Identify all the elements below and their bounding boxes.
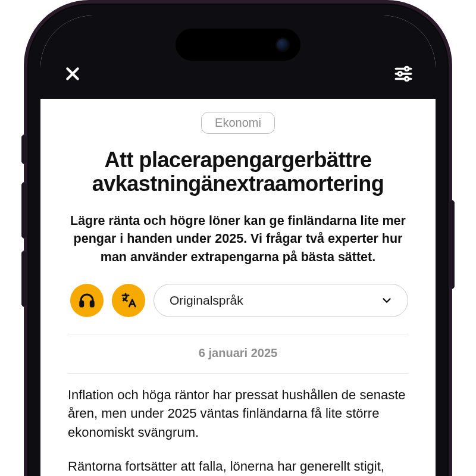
article-lead: Lägre ränta och högre löner kan ge finlä…	[69, 212, 407, 267]
phone-volume-up	[21, 182, 27, 239]
front-camera	[275, 37, 290, 52]
sliders-icon	[393, 64, 414, 84]
settings-button[interactable]	[392, 62, 415, 86]
dynamic-island	[176, 29, 300, 61]
translate-icon	[120, 292, 137, 309]
chevron-down-icon	[380, 294, 393, 307]
close-icon	[64, 65, 82, 83]
article-content: Ekonomi Att placerapengargerbättre avkas…	[40, 99, 436, 476]
phone-screen: Ekonomi Att placerapengargerbättre avkas…	[40, 15, 436, 476]
separator-bottom	[68, 373, 408, 374]
top-bar	[40, 15, 436, 99]
close-button[interactable]	[61, 62, 84, 86]
phone-volume-down	[21, 250, 27, 307]
svg-rect-9	[90, 301, 93, 306]
svg-rect-8	[80, 301, 83, 306]
svg-point-7	[405, 77, 409, 80]
article-title: Att placerapengargerbättre avkastningäne…	[68, 148, 408, 196]
article-paragraph-2: Räntorna fortsätter att falla, lönerna h…	[68, 457, 408, 476]
separator-top	[68, 334, 408, 334]
translate-button[interactable]	[112, 284, 145, 317]
phone-mute-switch	[21, 134, 27, 164]
title-line-1: Att placerapengargerbättre	[104, 148, 371, 172]
article-date: 6 januari 2025	[68, 346, 408, 360]
language-select-label: Originalspråk	[170, 293, 243, 308]
svg-point-5	[398, 72, 402, 76]
title-line-2: avkastningänextraamortering	[92, 171, 384, 196]
phone-power-button	[449, 200, 455, 289]
svg-point-3	[405, 67, 409, 70]
language-select[interactable]: Originalspråk	[154, 284, 408, 317]
category-tag[interactable]: Ekonomi	[201, 112, 275, 134]
headphones-icon	[78, 292, 96, 309]
article-paragraph-1: Inflation och höga räntor har pressat hu…	[68, 386, 408, 441]
article-controls: Originalspråk	[70, 284, 408, 317]
listen-button[interactable]	[70, 284, 104, 317]
phone-frame: Ekonomi Att placerapengargerbättre avkas…	[24, 0, 452, 476]
